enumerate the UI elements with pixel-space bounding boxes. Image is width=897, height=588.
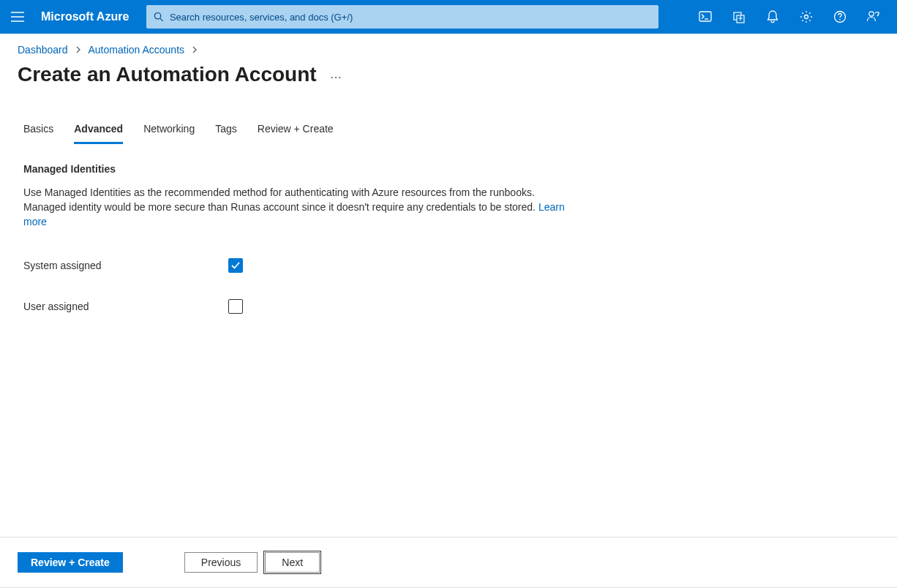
system-assigned-label: System assigned bbox=[23, 260, 228, 271]
help-button[interactable] bbox=[824, 0, 856, 34]
field-user-assigned: User assigned bbox=[23, 299, 577, 314]
checkmark-icon bbox=[230, 261, 241, 270]
field-system-assigned: System assigned bbox=[23, 258, 577, 273]
search-input[interactable] bbox=[170, 12, 651, 23]
bell-icon bbox=[767, 10, 778, 23]
previous-button[interactable]: Previous bbox=[184, 552, 258, 573]
svg-line-4 bbox=[160, 18, 163, 21]
help-icon bbox=[833, 10, 847, 23]
brand-label[interactable]: Microsoft Azure bbox=[35, 10, 146, 23]
breadcrumb-dashboard[interactable]: Dashboard bbox=[18, 44, 68, 56]
hamburger-icon bbox=[11, 12, 24, 22]
directory-filter-button[interactable] bbox=[723, 0, 755, 34]
svg-point-9 bbox=[805, 15, 808, 19]
page-title: Create an Automation Account bbox=[18, 63, 317, 86]
svg-point-11 bbox=[839, 19, 841, 20]
feedback-button[interactable] bbox=[857, 0, 890, 34]
search-wrap bbox=[146, 5, 689, 29]
footer: Review + Create Previous Next bbox=[0, 537, 897, 588]
search-box[interactable] bbox=[146, 5, 658, 29]
page-title-row: Create an Automation Account ⋯ bbox=[0, 60, 897, 92]
desc-line1: Use Managed Identities as the recommende… bbox=[23, 186, 535, 198]
desc-line2: Managed identity would be more secure th… bbox=[23, 201, 538, 213]
search-icon bbox=[154, 12, 164, 22]
user-assigned-checkbox[interactable] bbox=[228, 299, 243, 314]
chevron-right-icon bbox=[75, 46, 81, 53]
cloud-shell-icon bbox=[699, 11, 712, 23]
notifications-button[interactable] bbox=[757, 0, 789, 34]
cloud-shell-button[interactable] bbox=[689, 0, 721, 34]
tab-basics[interactable]: Basics bbox=[23, 123, 53, 144]
system-assigned-checkbox[interactable] bbox=[228, 258, 243, 273]
footer-nav-buttons: Previous Next bbox=[184, 552, 320, 573]
filter-icon bbox=[732, 10, 746, 23]
header-icons bbox=[689, 0, 890, 34]
hamburger-menu-button[interactable] bbox=[0, 0, 35, 34]
user-assigned-label: User assigned bbox=[23, 301, 228, 312]
settings-button[interactable] bbox=[790, 0, 822, 34]
tabs: Basics Advanced Networking Tags Review +… bbox=[0, 92, 897, 144]
top-header: Microsoft Azure bbox=[0, 0, 897, 34]
more-actions-button[interactable]: ⋯ bbox=[330, 66, 343, 84]
tab-tags[interactable]: Tags bbox=[215, 123, 237, 144]
next-button[interactable]: Next bbox=[265, 552, 320, 573]
feedback-icon bbox=[866, 10, 881, 23]
tab-networking[interactable]: Networking bbox=[143, 123, 195, 144]
svg-point-3 bbox=[155, 12, 161, 18]
gear-icon bbox=[800, 10, 813, 23]
tab-advanced[interactable]: Advanced bbox=[74, 123, 123, 144]
tab-review-create[interactable]: Review + Create bbox=[258, 123, 334, 144]
content: Managed Identities Use Managed Identitie… bbox=[0, 144, 600, 314]
section-description: Use Managed Identities as the recommende… bbox=[23, 185, 577, 229]
chevron-right-icon bbox=[192, 46, 198, 53]
svg-point-12 bbox=[869, 12, 874, 16]
svg-rect-5 bbox=[699, 12, 711, 21]
section-heading: Managed Identities bbox=[23, 163, 577, 175]
breadcrumb: Dashboard Automation Accounts bbox=[0, 34, 897, 60]
review-create-button[interactable]: Review + Create bbox=[18, 552, 123, 573]
breadcrumb-automation-accounts[interactable]: Automation Accounts bbox=[89, 44, 185, 56]
